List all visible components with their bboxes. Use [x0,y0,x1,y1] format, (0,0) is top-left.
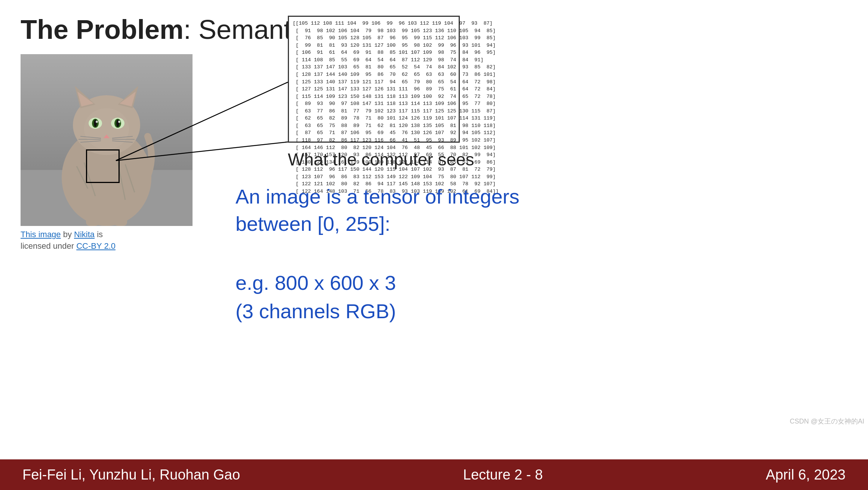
cat-caption: This image by Nikita is licensed under C… [21,229,193,252]
svg-point-8 [84,108,129,149]
selection-box [86,149,120,183]
matrix-container: [[105 112 108 111 104 99 106 99 96 103 1… [288,16,460,143]
cat-image-container: This image by Nikita is licensed under C… [21,54,193,230]
svg-point-12 [96,121,98,123]
license-link[interactable]: CC-BY 2.0 [76,241,116,251]
this-image-link[interactable]: This image [21,230,61,239]
tensor-example: e.g. 800 x 600 x 3 (3 channels RGB) [236,269,396,325]
tensor-line1: An image is a tensor of integers [236,183,519,210]
svg-rect-28 [86,211,99,226]
cat-image [21,54,193,226]
author-link[interactable]: Nikita [74,230,95,239]
tensor-example-line1: e.g. 800 x 600 x 3 [236,269,396,297]
what-computer-sees-label: What the computer sees [288,149,474,170]
tensor-line2: between [0, 255]: [236,210,519,238]
svg-point-16 [118,121,120,123]
caption-text: This image by Nikita is licensed under C… [21,230,116,251]
footer: Fei-Fei Li, Yunzhu Li, Ruohan Gao Lectur… [0,459,868,490]
cat-svg [21,54,193,226]
svg-point-11 [94,120,97,127]
footer-right: April 6, 2023 [766,467,846,483]
svg-rect-29 [114,211,127,226]
svg-point-15 [116,120,119,127]
footer-center: Lecture 2 - 8 [463,467,543,483]
tensor-example-line2: (3 channels RGB) [236,297,396,326]
watermark: CSDN @女王の女神的AI [790,417,864,426]
tensor-description: An image is a tensor of integers between… [236,183,519,238]
footer-left: Fei-Fei Li, Yunzhu Li, Ruohan Gao [22,467,240,483]
